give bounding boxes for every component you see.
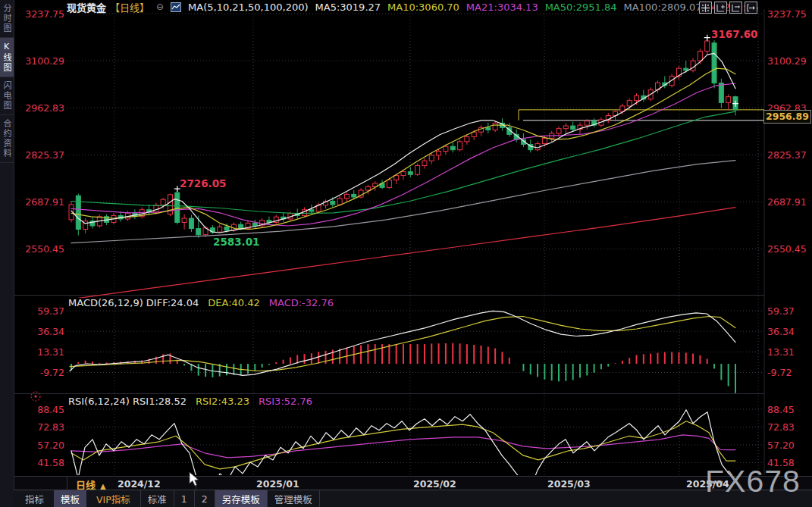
rsi1-label: RSI(6,12,24) RSI1:28.52 — [68, 396, 187, 407]
tab-save-template[interactable]: 另存模板 — [215, 490, 267, 507]
axis-tick-label: 88.45 — [767, 404, 795, 415]
macd-value-label: MACD:-32.76 — [269, 297, 334, 308]
axis-tick-label: 41.58 — [767, 457, 795, 468]
ma50-value: MA50:2951.84 — [545, 2, 617, 13]
tab-slot-2[interactable]: 2 — [194, 490, 215, 507]
macd-dea-label: DEA:40.42 — [208, 297, 260, 308]
axis-tick-label: -9.72 — [767, 367, 792, 378]
tab-templates[interactable]: 模板 — [54, 490, 86, 507]
period-tag: 【日线】 — [110, 0, 149, 14]
last-price-tag: 2956.89 — [763, 110, 811, 124]
chart-header: 现货黄金 【日线】 ⊖ MA(5,10,21,50,100,200) MA5:3… — [67, 1, 758, 13]
axis-tick-label: 3100.29 — [767, 55, 807, 67]
shift-right-icon[interactable] — [745, 2, 757, 14]
time-axis-row: 日线▲ 2024/12 2025/01 2025/02 2025/03 2025… — [14, 476, 812, 491]
axis-tick-label: 88.45 — [37, 404, 64, 415]
drawing-marker-icon[interactable] — [31, 392, 40, 401]
axis-tick-label: -9.72 — [40, 367, 64, 378]
ma100-value: MA100:2809.07 — [623, 2, 701, 13]
pan-icon[interactable] — [699, 2, 712, 14]
axis-tick-label: 36.34 — [767, 326, 795, 337]
axis-tick-label: 2825.37 — [767, 149, 807, 161]
axis-tick-label: 2687.91 — [25, 196, 64, 208]
symbol-title: 现货黄金 — [67, 0, 106, 14]
collapse-indicator-icon[interactable]: ⊖ — [156, 2, 164, 12]
axis-tick-label: 13.31 — [37, 346, 64, 358]
sidebar-tab-lightning-chart[interactable]: 闪电图 — [0, 77, 14, 115]
axis-tick-label: 2825.37 — [25, 149, 64, 161]
sidebar-tab-contract-info[interactable]: 合约资料 — [0, 115, 14, 163]
price-callout: 3167.60 — [711, 28, 758, 40]
ma21-value: MA21:3034.13 — [466, 2, 538, 13]
template-tab-bar: 指标 模板 VIP指标 标准 1 2 另存模板 管理模板 — [14, 490, 812, 507]
sidebar-tab-time-chart[interactable]: 分时图 — [0, 0, 14, 38]
axis-tick-label: 59.37 — [37, 305, 64, 317]
axis-tick-label: 2687.91 — [767, 196, 807, 208]
axis-date-label: 2025/04 — [686, 478, 729, 490]
ma5-value: MA5:3019.27 — [315, 2, 381, 13]
axis-date-label: 2025/02 — [413, 478, 456, 490]
axis-zoom-in-icon[interactable] — [714, 2, 727, 14]
axis-tick-label: 3237.75 — [767, 8, 807, 20]
axis-tick-label: 41.58 — [37, 457, 64, 468]
axis-tick-label: 36.34 — [37, 326, 64, 337]
chart-type-sidebar: 分时图 K线图 闪电图 合约资料 — [0, 0, 14, 507]
axis-tick-label: 3100.29 — [25, 55, 64, 67]
axis-date-label: 2025/03 — [547, 478, 591, 490]
axis-zoom-out-icon[interactable] — [729, 2, 742, 14]
rsi2-label: RSI2:43.23 — [196, 396, 249, 407]
macd-panel-header: MACD(26,12,9) DIFF:24.04 DEA:40.42 MACD:… — [68, 297, 334, 308]
axis-cell-divider — [67, 477, 67, 490]
price-callout: 2583.01 — [213, 236, 260, 248]
trading-terminal: 3237.753237.753100.293100.292962.832962.… — [0, 0, 812, 507]
tab-vip-indicators[interactable]: VIP指标 — [89, 490, 137, 507]
axis-tick-label: 2550.45 — [767, 243, 807, 255]
rsi3-label: RSI3:52.76 — [259, 396, 312, 407]
macd-diff-label: MACD(26,12,9) DIFF:24.04 — [68, 297, 199, 308]
tab-standard[interactable]: 标准 — [140, 490, 174, 507]
chart-toolbar — [699, 2, 757, 14]
axis-tick-label: 2550.45 — [25, 243, 64, 255]
axis-tick-label: 2962.83 — [25, 102, 64, 114]
ma10-value: MA10:3060.70 — [387, 2, 459, 13]
axis-tick-label: 59.37 — [767, 305, 795, 317]
tab-manage-templates[interactable]: 管理模板 — [267, 490, 320, 507]
axis-tick-label: 57.20 — [37, 440, 64, 451]
axis-tick-label: 3237.75 — [25, 8, 64, 20]
axis-date-label: 2024/12 — [118, 478, 161, 490]
sidebar-tab-kline-chart[interactable]: K线图 — [0, 38, 14, 77]
tab-slot-1[interactable]: 1 — [174, 490, 194, 507]
axis-date-label: 2025/01 — [256, 478, 299, 490]
axis-tick-label: 13.31 — [767, 346, 795, 358]
axis-tick-label: 72.83 — [37, 421, 64, 433]
ma-settings-label: MA(5,10,21,50,100,200) — [188, 2, 308, 13]
axis-tick-label: 57.20 — [767, 440, 795, 451]
indicator-chart-icon[interactable] — [171, 2, 181, 12]
mouse-cursor — [189, 471, 201, 487]
axis-tick-label: 72.83 — [767, 421, 795, 433]
rsi-panel-header: RSI(6,12,24) RSI1:28.52 RSI2:43.23 RSI3:… — [68, 396, 312, 407]
tab-indicators[interactable]: 指标 — [18, 490, 51, 507]
price-chart-canvas[interactable]: 3237.753237.753100.293100.292962.832962.… — [0, 0, 812, 507]
price-callout: 2726.05 — [180, 177, 227, 189]
